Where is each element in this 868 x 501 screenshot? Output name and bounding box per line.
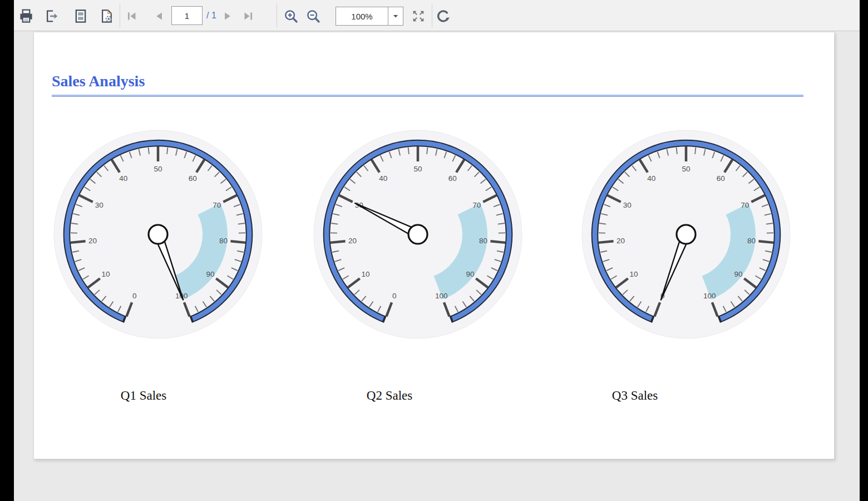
title-underline xyxy=(52,95,803,97)
zoom-in-icon xyxy=(283,8,299,24)
svg-text:50: 50 xyxy=(682,165,690,173)
gauge-caption-q3: Q3 Sales xyxy=(612,389,658,403)
svg-text:40: 40 xyxy=(647,174,655,183)
gauge-q3-sales: 0102030405060708090100 xyxy=(578,126,795,343)
refresh-icon xyxy=(435,8,451,24)
last-page-icon xyxy=(241,9,255,23)
svg-text:50: 50 xyxy=(154,165,162,173)
svg-text:20: 20 xyxy=(617,237,625,245)
toolbar-separator xyxy=(277,4,277,27)
svg-text:20: 20 xyxy=(348,237,357,245)
svg-text:60: 60 xyxy=(717,174,725,183)
zoom-in-button[interactable] xyxy=(281,6,301,26)
svg-text:70: 70 xyxy=(741,201,749,209)
next-page-icon xyxy=(220,9,235,23)
svg-text:40: 40 xyxy=(119,174,127,183)
svg-text:50: 50 xyxy=(413,165,422,173)
svg-text:90: 90 xyxy=(206,270,214,278)
svg-text:60: 60 xyxy=(189,174,197,183)
gauge-caption-q2: Q2 Sales xyxy=(367,389,412,403)
fullscreen-button[interactable] xyxy=(408,6,428,26)
report-title: Sales Analysis xyxy=(52,72,145,90)
svg-text:90: 90 xyxy=(734,270,742,278)
export-button[interactable] xyxy=(41,6,61,26)
zoom-out-button[interactable] xyxy=(303,6,323,26)
svg-text:100: 100 xyxy=(703,292,716,300)
svg-text:10: 10 xyxy=(629,270,638,278)
zoom-level-combo[interactable]: 100% xyxy=(336,7,403,26)
svg-text:70: 70 xyxy=(213,201,221,209)
refresh-button[interactable] xyxy=(433,6,453,26)
gauge-q2-sales: 0102030405060708090100 xyxy=(309,126,526,343)
next-page-button[interactable] xyxy=(218,6,238,26)
toolbar-separator xyxy=(120,4,120,27)
page-count-label: / 1 xyxy=(206,0,216,31)
fullscreen-icon xyxy=(411,8,426,24)
svg-text:40: 40 xyxy=(379,174,387,183)
gauge-q1-sales: 0102030405060708090100 xyxy=(50,126,267,343)
toolbar-separator xyxy=(432,4,432,27)
document-icon xyxy=(72,8,89,24)
first-page-button[interactable] xyxy=(122,6,142,26)
zoom-dropdown-button[interactable] xyxy=(388,7,403,25)
report-viewer: / 1 xyxy=(14,0,860,501)
print-button[interactable] xyxy=(16,6,36,26)
svg-text:20: 20 xyxy=(88,237,97,245)
gauge-caption-q1: Q1 Sales xyxy=(121,389,166,403)
svg-text:60: 60 xyxy=(448,174,457,183)
svg-text:80: 80 xyxy=(479,237,487,245)
last-page-button[interactable] xyxy=(238,6,258,26)
svg-text:70: 70 xyxy=(472,201,481,209)
page-setup-button[interactable] xyxy=(96,6,116,26)
zoom-level-value: 100% xyxy=(336,7,388,25)
previous-page-icon xyxy=(152,9,166,23)
svg-text:90: 90 xyxy=(466,270,474,278)
first-page-icon xyxy=(125,9,139,23)
page-number-input[interactable] xyxy=(171,6,203,25)
svg-text:100: 100 xyxy=(435,292,448,300)
svg-text:0: 0 xyxy=(392,292,397,300)
svg-text:80: 80 xyxy=(219,237,228,245)
svg-text:10: 10 xyxy=(361,270,369,278)
svg-text:30: 30 xyxy=(95,201,103,209)
svg-text:0: 0 xyxy=(132,292,137,300)
zoom-out-icon xyxy=(305,8,322,24)
previous-page-button[interactable] xyxy=(149,6,169,26)
chevron-down-icon xyxy=(392,12,400,20)
svg-text:80: 80 xyxy=(747,237,756,245)
report-page: Sales Analysis 0102030405060708090100 01… xyxy=(33,32,835,459)
svg-text:30: 30 xyxy=(623,201,632,209)
page-setup-gear-icon xyxy=(98,8,115,24)
document-button[interactable] xyxy=(71,6,91,26)
printer-icon xyxy=(18,8,34,24)
svg-text:10: 10 xyxy=(101,270,110,278)
viewer-content[interactable]: Sales Analysis 0102030405060708090100 01… xyxy=(14,31,860,501)
export-icon xyxy=(43,8,60,24)
viewer-toolbar: / 1 xyxy=(14,0,860,31)
